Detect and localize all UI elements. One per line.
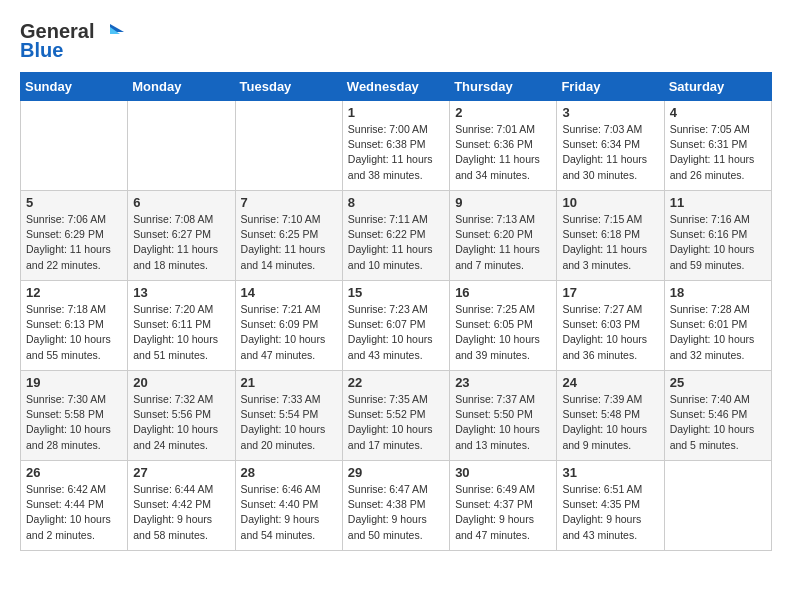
- day-info: Sunrise: 7:35 AM Sunset: 5:52 PM Dayligh…: [348, 392, 444, 453]
- day-number: 11: [670, 195, 766, 210]
- calendar-cell: 12Sunrise: 7:18 AM Sunset: 6:13 PM Dayli…: [21, 281, 128, 371]
- day-number: 19: [26, 375, 122, 390]
- calendar-week-row: 26Sunrise: 6:42 AM Sunset: 4:44 PM Dayli…: [21, 461, 772, 551]
- day-number: 26: [26, 465, 122, 480]
- weekday-header-wednesday: Wednesday: [342, 73, 449, 101]
- calendar-cell: 20Sunrise: 7:32 AM Sunset: 5:56 PM Dayli…: [128, 371, 235, 461]
- day-number: 9: [455, 195, 551, 210]
- weekday-header-monday: Monday: [128, 73, 235, 101]
- day-info: Sunrise: 7:21 AM Sunset: 6:09 PM Dayligh…: [241, 302, 337, 363]
- day-info: Sunrise: 7:27 AM Sunset: 6:03 PM Dayligh…: [562, 302, 658, 363]
- calendar-cell: 16Sunrise: 7:25 AM Sunset: 6:05 PM Dayli…: [450, 281, 557, 371]
- day-number: 10: [562, 195, 658, 210]
- logo-blue-text: Blue: [20, 39, 63, 62]
- day-info: Sunrise: 7:33 AM Sunset: 5:54 PM Dayligh…: [241, 392, 337, 453]
- calendar-cell: 14Sunrise: 7:21 AM Sunset: 6:09 PM Dayli…: [235, 281, 342, 371]
- calendar-cell: 26Sunrise: 6:42 AM Sunset: 4:44 PM Dayli…: [21, 461, 128, 551]
- day-number: 6: [133, 195, 229, 210]
- calendar-cell: 2Sunrise: 7:01 AM Sunset: 6:36 PM Daylig…: [450, 101, 557, 191]
- calendar-cell: 24Sunrise: 7:39 AM Sunset: 5:48 PM Dayli…: [557, 371, 664, 461]
- day-number: 21: [241, 375, 337, 390]
- day-info: Sunrise: 7:00 AM Sunset: 6:38 PM Dayligh…: [348, 122, 444, 183]
- day-info: Sunrise: 7:01 AM Sunset: 6:36 PM Dayligh…: [455, 122, 551, 183]
- day-number: 18: [670, 285, 766, 300]
- day-info: Sunrise: 6:51 AM Sunset: 4:35 PM Dayligh…: [562, 482, 658, 543]
- calendar-cell: 4Sunrise: 7:05 AM Sunset: 6:31 PM Daylig…: [664, 101, 771, 191]
- calendar-week-row: 1Sunrise: 7:00 AM Sunset: 6:38 PM Daylig…: [21, 101, 772, 191]
- day-info: Sunrise: 7:16 AM Sunset: 6:16 PM Dayligh…: [670, 212, 766, 273]
- calendar-cell: 17Sunrise: 7:27 AM Sunset: 6:03 PM Dayli…: [557, 281, 664, 371]
- calendar-cell: 5Sunrise: 7:06 AM Sunset: 6:29 PM Daylig…: [21, 191, 128, 281]
- day-info: Sunrise: 7:25 AM Sunset: 6:05 PM Dayligh…: [455, 302, 551, 363]
- day-number: 23: [455, 375, 551, 390]
- calendar-cell: 23Sunrise: 7:37 AM Sunset: 5:50 PM Dayli…: [450, 371, 557, 461]
- day-number: 5: [26, 195, 122, 210]
- calendar-cell: 1Sunrise: 7:00 AM Sunset: 6:38 PM Daylig…: [342, 101, 449, 191]
- day-info: Sunrise: 7:06 AM Sunset: 6:29 PM Dayligh…: [26, 212, 122, 273]
- day-info: Sunrise: 7:39 AM Sunset: 5:48 PM Dayligh…: [562, 392, 658, 453]
- day-info: Sunrise: 7:28 AM Sunset: 6:01 PM Dayligh…: [670, 302, 766, 363]
- calendar-cell: 11Sunrise: 7:16 AM Sunset: 6:16 PM Dayli…: [664, 191, 771, 281]
- day-number: 12: [26, 285, 122, 300]
- logo-bird-icon: [96, 22, 124, 42]
- calendar-cell: 22Sunrise: 7:35 AM Sunset: 5:52 PM Dayli…: [342, 371, 449, 461]
- day-info: Sunrise: 6:42 AM Sunset: 4:44 PM Dayligh…: [26, 482, 122, 543]
- day-info: Sunrise: 7:13 AM Sunset: 6:20 PM Dayligh…: [455, 212, 551, 273]
- day-info: Sunrise: 7:18 AM Sunset: 6:13 PM Dayligh…: [26, 302, 122, 363]
- calendar-week-row: 19Sunrise: 7:30 AM Sunset: 5:58 PM Dayli…: [21, 371, 772, 461]
- calendar-cell: 27Sunrise: 6:44 AM Sunset: 4:42 PM Dayli…: [128, 461, 235, 551]
- weekday-header-saturday: Saturday: [664, 73, 771, 101]
- day-number: 15: [348, 285, 444, 300]
- calendar-cell: [21, 101, 128, 191]
- day-info: Sunrise: 7:15 AM Sunset: 6:18 PM Dayligh…: [562, 212, 658, 273]
- day-info: Sunrise: 7:37 AM Sunset: 5:50 PM Dayligh…: [455, 392, 551, 453]
- day-info: Sunrise: 7:03 AM Sunset: 6:34 PM Dayligh…: [562, 122, 658, 183]
- day-info: Sunrise: 7:20 AM Sunset: 6:11 PM Dayligh…: [133, 302, 229, 363]
- day-info: Sunrise: 6:44 AM Sunset: 4:42 PM Dayligh…: [133, 482, 229, 543]
- day-number: 2: [455, 105, 551, 120]
- calendar-cell: [235, 101, 342, 191]
- weekday-header-friday: Friday: [557, 73, 664, 101]
- calendar-cell: 3Sunrise: 7:03 AM Sunset: 6:34 PM Daylig…: [557, 101, 664, 191]
- day-info: Sunrise: 7:10 AM Sunset: 6:25 PM Dayligh…: [241, 212, 337, 273]
- day-info: Sunrise: 7:40 AM Sunset: 5:46 PM Dayligh…: [670, 392, 766, 453]
- calendar-week-row: 12Sunrise: 7:18 AM Sunset: 6:13 PM Dayli…: [21, 281, 772, 371]
- calendar-cell: 13Sunrise: 7:20 AM Sunset: 6:11 PM Dayli…: [128, 281, 235, 371]
- day-info: Sunrise: 7:05 AM Sunset: 6:31 PM Dayligh…: [670, 122, 766, 183]
- calendar-cell: 18Sunrise: 7:28 AM Sunset: 6:01 PM Dayli…: [664, 281, 771, 371]
- day-number: 31: [562, 465, 658, 480]
- calendar-cell: [128, 101, 235, 191]
- day-number: 20: [133, 375, 229, 390]
- day-number: 8: [348, 195, 444, 210]
- day-number: 4: [670, 105, 766, 120]
- weekday-header-thursday: Thursday: [450, 73, 557, 101]
- day-info: Sunrise: 6:49 AM Sunset: 4:37 PM Dayligh…: [455, 482, 551, 543]
- day-number: 17: [562, 285, 658, 300]
- day-info: Sunrise: 7:30 AM Sunset: 5:58 PM Dayligh…: [26, 392, 122, 453]
- weekday-header-tuesday: Tuesday: [235, 73, 342, 101]
- calendar-cell: 7Sunrise: 7:10 AM Sunset: 6:25 PM Daylig…: [235, 191, 342, 281]
- page-header: General Blue: [20, 20, 772, 62]
- day-info: Sunrise: 7:32 AM Sunset: 5:56 PM Dayligh…: [133, 392, 229, 453]
- day-number: 28: [241, 465, 337, 480]
- calendar-cell: 8Sunrise: 7:11 AM Sunset: 6:22 PM Daylig…: [342, 191, 449, 281]
- calendar-cell: 29Sunrise: 6:47 AM Sunset: 4:38 PM Dayli…: [342, 461, 449, 551]
- day-number: 22: [348, 375, 444, 390]
- day-number: 24: [562, 375, 658, 390]
- day-info: Sunrise: 6:46 AM Sunset: 4:40 PM Dayligh…: [241, 482, 337, 543]
- day-number: 1: [348, 105, 444, 120]
- calendar-cell: 25Sunrise: 7:40 AM Sunset: 5:46 PM Dayli…: [664, 371, 771, 461]
- calendar-cell: 10Sunrise: 7:15 AM Sunset: 6:18 PM Dayli…: [557, 191, 664, 281]
- calendar-week-row: 5Sunrise: 7:06 AM Sunset: 6:29 PM Daylig…: [21, 191, 772, 281]
- day-number: 29: [348, 465, 444, 480]
- day-number: 27: [133, 465, 229, 480]
- calendar-cell: 6Sunrise: 7:08 AM Sunset: 6:27 PM Daylig…: [128, 191, 235, 281]
- calendar-cell: 30Sunrise: 6:49 AM Sunset: 4:37 PM Dayli…: [450, 461, 557, 551]
- logo: General Blue: [20, 20, 124, 62]
- calendar-table: SundayMondayTuesdayWednesdayThursdayFrid…: [20, 72, 772, 551]
- calendar-cell: 28Sunrise: 6:46 AM Sunset: 4:40 PM Dayli…: [235, 461, 342, 551]
- day-info: Sunrise: 7:11 AM Sunset: 6:22 PM Dayligh…: [348, 212, 444, 273]
- weekday-header-row: SundayMondayTuesdayWednesdayThursdayFrid…: [21, 73, 772, 101]
- day-number: 25: [670, 375, 766, 390]
- calendar-cell: 15Sunrise: 7:23 AM Sunset: 6:07 PM Dayli…: [342, 281, 449, 371]
